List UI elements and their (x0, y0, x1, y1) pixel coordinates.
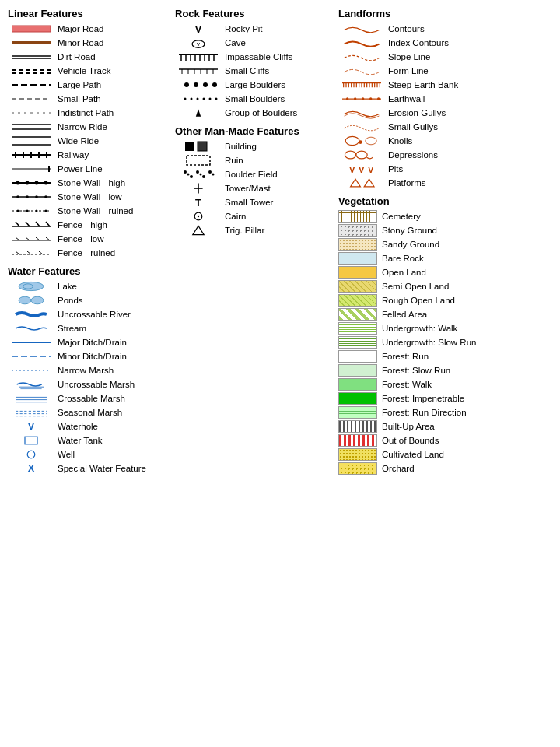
svg-line-48 (27, 251, 31, 254)
svg-point-27 (16, 195, 19, 198)
building-label: Building (225, 142, 257, 151)
small-cliffs-symbol (175, 65, 222, 77)
wide-ride-symbol (8, 135, 54, 147)
list-item: Out of Bounds (338, 434, 560, 447)
water-tank-label: Water Tank (58, 436, 103, 445)
list-item: Forest: Impenetrable (338, 392, 560, 405)
svg-line-45 (46, 237, 50, 240)
stream-symbol (8, 322, 54, 335)
small-path-label: Small Path (58, 94, 101, 103)
list-item: Semi Open Land (338, 280, 560, 293)
semi-open-label: Semi Open Land (382, 282, 449, 291)
sandy-label: Sandy Ground (382, 240, 439, 249)
list-item: Boulder Field (175, 168, 331, 181)
list-item: Cemetery (338, 210, 560, 223)
list-item: Erosion Gullys (338, 107, 560, 119)
svg-text:V: V (349, 165, 355, 174)
list-item: Major Ditch/Drain (8, 336, 167, 349)
minor-ditch-symbol (8, 350, 54, 363)
uncrossable-river-symbol (8, 308, 54, 321)
list-item: Tower/Mast (175, 182, 331, 195)
minor-road-label: Minor Road (58, 38, 103, 47)
svg-point-91 (212, 82, 217, 87)
forest-impenetrable-swatch (338, 392, 377, 405)
power-line-symbol (8, 163, 54, 175)
svg-point-89 (194, 82, 198, 87)
list-item: Building (175, 140, 331, 153)
list-item: Bare Rock (338, 252, 560, 265)
cemetery-swatch (338, 210, 377, 223)
list-item: Water Tank (8, 434, 167, 447)
fence-high-symbol (8, 219, 54, 231)
svg-point-33 (26, 210, 29, 212)
impassable-cliffs-symbol (175, 51, 222, 63)
list-item: Forest: Run Direction (338, 406, 560, 419)
svg-point-88 (184, 82, 189, 87)
vehicle-track-label: Vehicle Track (58, 66, 110, 75)
list-item: Depressions (338, 149, 560, 161)
svg-rect-99 (185, 142, 194, 151)
forest-run-dir-swatch (338, 406, 377, 419)
major-road-symbol (8, 23, 54, 35)
svg-point-51 (23, 284, 33, 289)
ruin-symbol (175, 154, 222, 167)
list-item: Orchard (338, 462, 560, 475)
dirt-road-symbol (8, 51, 54, 63)
rocky-pit-label: Rocky Pit (225, 24, 263, 33)
list-item: Forest: Run (338, 350, 560, 363)
list-item: Group of Boulders (175, 107, 331, 119)
small-cliffs-label: Small Cliffs (225, 66, 269, 75)
legend-page: Linear Features Major Road Minor Road D (8, 8, 552, 476)
list-item: Fence - ruined (8, 247, 167, 259)
bare-rock-swatch (338, 252, 377, 265)
svg-point-135 (362, 97, 364, 100)
list-item: Stone Wall - low (8, 191, 167, 203)
well-label: Well (58, 450, 75, 459)
svg-rect-100 (198, 142, 207, 151)
list-item: Forest: Walk (338, 378, 560, 391)
list-item: Ponds (8, 294, 167, 307)
narrow-ride-label: Narrow Ride (58, 122, 107, 132)
rocky-pit-symbol: V (175, 23, 222, 35)
rough-open-swatch (338, 294, 377, 307)
list-item: Cultivated Land (338, 448, 560, 461)
list-item: Rough Open Land (338, 294, 560, 307)
svg-point-134 (354, 97, 356, 100)
stone-wall-low-symbol (8, 191, 54, 203)
list-item: Major Road (8, 23, 167, 35)
undergrowth-slow-swatch (338, 336, 377, 349)
fence-low-label: Fence - low (58, 234, 103, 244)
list-item: Ruin (175, 154, 331, 167)
bare-rock-label: Bare Rock (382, 254, 424, 263)
stony-swatch (338, 224, 377, 237)
svg-marker-146 (351, 179, 361, 187)
list-item: Uncrossable River (8, 308, 167, 321)
list-item: Minor Road (8, 37, 167, 49)
svg-point-114 (198, 216, 199, 217)
svg-point-35 (45, 210, 47, 212)
ruin-label: Ruin (225, 156, 243, 165)
built-up-label: Built-Up Area (382, 422, 435, 431)
small-boulders-label: Small Boulders (225, 94, 285, 103)
cairn-label: Cairn (225, 212, 246, 221)
svg-point-105 (202, 175, 205, 178)
list-item: v Cave (175, 37, 331, 49)
svg-marker-98 (196, 109, 201, 117)
list-item: Forest: Slow Run (338, 364, 560, 377)
forest-run-label: Forest: Run (382, 352, 429, 361)
depressions-label: Depressions (388, 150, 438, 160)
small-gullys-symbol (338, 121, 385, 133)
list-item: Undergrowth: Slow Run (338, 336, 560, 349)
section-title-rock: Rock Features (175, 8, 331, 19)
svg-point-22 (16, 181, 20, 185)
cairn-symbol (175, 210, 222, 223)
railway-symbol (8, 149, 54, 161)
crossable-marsh-label: Crossable Marsh (58, 394, 125, 403)
list-item: Uncrossable Marsh (8, 378, 167, 391)
stream-label: Stream (58, 324, 86, 333)
svg-rect-0 (12, 26, 51, 32)
contours-symbol (338, 23, 385, 35)
list-item: Stone Wall - high (8, 177, 167, 189)
list-item: Felled Area (338, 308, 560, 321)
stone-wall-ruined-symbol (8, 205, 54, 217)
